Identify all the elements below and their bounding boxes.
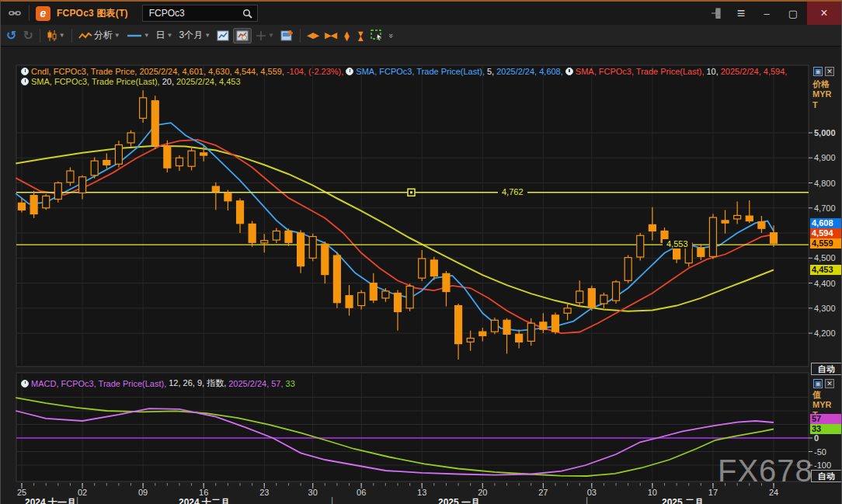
x-axis-tick-label: 17	[708, 488, 718, 497]
candle-body	[200, 153, 207, 155]
price-tick: 4,800	[814, 179, 836, 188]
candle-body	[115, 144, 122, 164]
pane-close-icon[interactable]: ✕	[825, 67, 834, 76]
candle-body	[479, 332, 486, 335]
candle-body	[164, 146, 171, 168]
x-axis-tick-label: 10	[648, 488, 657, 497]
macd-pane-label: 值	[812, 389, 821, 401]
candle-body	[285, 231, 292, 242]
legend1-segment: SMA, FCPOc3, Trade Price(Last),	[576, 67, 705, 76]
month-separator: |	[331, 495, 333, 504]
legend2-segment: 2025/2/24, 4,453	[176, 77, 241, 86]
auto-scale-button-macd[interactable]: 自动	[811, 470, 842, 482]
candle-body	[91, 161, 98, 176]
candle-body	[709, 217, 716, 256]
pane-restore-icon[interactable]: ▣	[813, 379, 823, 388]
macd-legend-segment: 2025/2/24, 57,	[228, 379, 283, 388]
candle-body	[722, 221, 729, 223]
candle-body	[649, 224, 656, 231]
legend1-segment: 2025/2/24, 4,594,	[721, 67, 788, 76]
price-scale-label: T	[812, 100, 818, 109]
candle-body	[734, 215, 741, 219]
x-axis-tick-label: 23	[259, 488, 269, 497]
candle-body	[370, 283, 377, 301]
candle-body	[419, 259, 426, 278]
level-label: 4,553	[663, 239, 692, 249]
clock-icon	[565, 68, 573, 75]
auto-scale-button-price[interactable]: 自动	[811, 363, 842, 375]
candle-body	[382, 291, 389, 298]
candle-body	[430, 260, 437, 276]
candle-body	[540, 322, 547, 329]
candle-body	[443, 273, 450, 291]
candle-body	[54, 183, 61, 200]
price-currency-label: MYR	[812, 89, 831, 99]
candle-body	[224, 193, 231, 200]
axis-macd-badge: 57	[810, 414, 841, 424]
legend1-segment: 5,	[487, 67, 494, 76]
candle-body	[625, 258, 632, 281]
candle-body	[516, 334, 523, 342]
price-tick: 4,500	[814, 253, 836, 262]
macd-currency-label: MYR	[812, 400, 831, 409]
price-legend-line1: Cndl, FCPOc3, Trade Price, 2025/2/24, 4,…	[21, 67, 787, 76]
candle-body	[637, 235, 644, 257]
clock-icon	[346, 68, 353, 75]
candle-body	[322, 244, 329, 274]
legend1-segment: SMA, FCPOc3, Trade Price(Last),	[356, 67, 485, 76]
x-axis-tick-label: 13	[417, 488, 426, 497]
candle-body	[188, 151, 195, 166]
price-tick: 4,700	[814, 203, 836, 213]
price-tick: 4,400	[814, 279, 836, 288]
candle-body	[698, 248, 705, 256]
x-axis-tick-label: 03	[587, 488, 597, 497]
candle-body	[212, 186, 219, 191]
price-tick: 5,000	[814, 128, 836, 137]
macd-legend-segment: MACD, FCPOc3, Trade Price(Last),	[31, 379, 166, 388]
candle-body	[103, 160, 110, 165]
clock-icon	[21, 68, 29, 75]
x-axis-tick-label: 27	[538, 488, 548, 497]
candle-body	[613, 282, 620, 301]
x-axis-tick-label: 09	[138, 488, 148, 497]
candle-body	[19, 203, 26, 210]
x-axis-month-label: 2025 一月	[438, 496, 480, 504]
eikon-chart-window: e FCPOc3 图表(T) ≡ – ▢ × ↺ ↻	[0, 0, 842, 504]
axis-macd-badge: 33	[810, 424, 841, 434]
candle-body	[273, 231, 280, 240]
candle-body	[455, 306, 462, 344]
candle-body	[527, 323, 534, 341]
pane-close-icon[interactable]: ✕	[825, 379, 834, 388]
candle-body	[467, 339, 474, 342]
macd-legend: MACD, FCPOc3, Trade Price(Last), 12, 26,…	[21, 377, 295, 389]
candle-body	[551, 315, 558, 332]
watermark: FX678	[718, 454, 813, 488]
month-separator: |	[586, 495, 588, 504]
candle-body	[30, 196, 37, 214]
x-axis-tick-label: 24	[769, 488, 778, 497]
axis-price-badge: 4,453	[810, 265, 841, 275]
price-tick: 4,200	[814, 328, 836, 338]
macd-legend-segment: 12, 26, 9, 指数,	[169, 377, 226, 389]
macd-legend-segment: 33	[286, 379, 295, 388]
candle-body	[151, 101, 158, 145]
candle-body	[758, 222, 765, 229]
candle-body	[771, 233, 778, 244]
legend2-segment: 20,	[162, 77, 174, 86]
legend1-segment: Cndl, FCPOc3, Trade Price, 2025/2/24, 4,…	[31, 67, 284, 76]
candle-body	[395, 293, 402, 311]
candle-body	[297, 233, 304, 266]
pane-restore-icon[interactable]: ▣	[813, 67, 823, 76]
candle-body	[491, 320, 498, 332]
candle-body	[309, 237, 316, 259]
x-axis-month-label: 2024 十二月	[179, 496, 230, 504]
candle-body	[249, 224, 256, 242]
candle-body	[237, 201, 244, 224]
month-separator: |	[76, 495, 78, 504]
candle-body	[346, 296, 353, 308]
macd-tick: -100	[814, 461, 831, 470]
candle-body	[333, 255, 340, 303]
candle-body	[140, 98, 147, 118]
legend1-segment: 2025/2/24, 4,608,	[496, 67, 563, 76]
price-pane[interactable]	[16, 65, 809, 367]
